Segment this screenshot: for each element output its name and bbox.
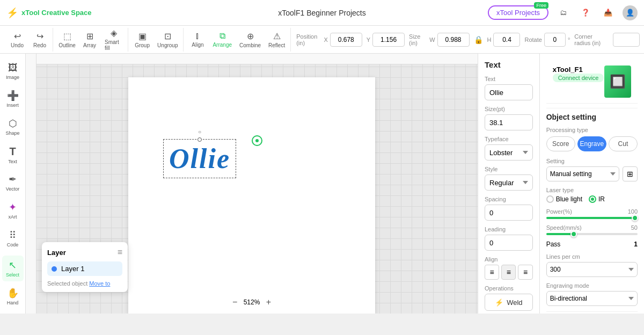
hand-icon: ✋ — [7, 287, 19, 299]
weld-button[interactable]: ⚡ Weld — [485, 294, 533, 311]
corner-input[interactable] — [613, 33, 640, 47]
lines-select[interactable]: 300 — [546, 262, 638, 277]
undo-label: Undo — [11, 42, 24, 48]
align-right-button[interactable]: ≡ — [518, 265, 532, 280]
top-bar: ⚡ xTool Creative Space xToolF1 Beginner … — [0, 0, 644, 26]
avatar[interactable]: 👤 — [623, 5, 638, 20]
sidebar-item-vector[interactable]: ✒ Vector — [2, 170, 24, 195]
layer-item[interactable]: Layer 1 — [47, 261, 122, 276]
outline-button[interactable]: ⬚ Outline — [56, 28, 78, 52]
sidebar-label-text: Text — [8, 159, 17, 164]
text-selection-box[interactable]: ○ Ollie — [163, 139, 236, 178]
text-panel: Text Text Size(pt) Typeface Lobster Styl… — [478, 54, 540, 314]
ungroup-button[interactable]: ⊡ Ungroup — [154, 28, 181, 52]
device-image: 🔲 — [604, 65, 631, 98]
spacing-label: Spacing — [485, 196, 533, 202]
group-button[interactable]: ▣ Group — [131, 28, 153, 52]
power-slider-row: Power(%) 100 — [546, 208, 638, 219]
power-slider[interactable] — [546, 217, 638, 219]
object-setting-title: Object setting — [546, 113, 638, 121]
smart-fill-button[interactable]: ◈ Smart fill — [101, 28, 126, 52]
spacing-input[interactable] — [485, 205, 533, 221]
combine-button[interactable]: ⊕ Combine — [236, 28, 264, 52]
y-group: Y — [367, 33, 405, 47]
text-panel-title: Text — [485, 60, 533, 69]
move-to-link[interactable]: Move to — [89, 280, 110, 287]
w-input[interactable] — [437, 33, 470, 47]
score-button[interactable]: Score — [546, 136, 575, 151]
blue-light-radio[interactable] — [546, 195, 554, 203]
y-input[interactable] — [372, 33, 405, 47]
zoom-out-button[interactable]: − — [230, 297, 240, 307]
canvas-text[interactable]: Ollie — [169, 143, 230, 174]
x-input[interactable] — [330, 33, 362, 47]
speed-label: Speed(mm/s) — [546, 224, 582, 231]
typeface-select[interactable]: Lobster — [485, 144, 533, 161]
redo-button[interactable]: ↪ Redo — [29, 28, 50, 52]
sidebar-item-image[interactable]: 🖼 Image — [2, 58, 24, 84]
history-group: ↩ Undo ↪ Redo — [4, 28, 53, 52]
main-area: 🖼 Image ➕ Insert ⬡ Shape T Text ✒ Vector… — [0, 54, 644, 314]
undo-button[interactable]: ↩ Undo — [6, 28, 28, 52]
align-button[interactable]: ⫿ Align — [187, 28, 208, 52]
rotate-label: Rotate — [524, 37, 541, 43]
operations-label: Operations — [485, 285, 533, 292]
sidebar-item-hand[interactable]: ✋ Hand — [2, 283, 24, 309]
ir-option[interactable]: IR — [589, 195, 605, 203]
xtool-projects-label: xTool Projects — [496, 9, 540, 17]
speed-slider[interactable] — [546, 233, 638, 235]
selection-handle-rotate[interactable] — [197, 137, 202, 142]
outline-icon: ⬚ — [63, 31, 71, 41]
ir-radio[interactable] — [589, 195, 596, 203]
connect-device-button[interactable]: Connect device — [553, 74, 604, 82]
sidebar-item-select[interactable]: ↖ Select — [2, 256, 24, 281]
ir-radio-dot — [591, 198, 594, 201]
zoom-in-button[interactable]: + — [263, 297, 274, 307]
h-group: H — [487, 33, 521, 47]
engrave-button[interactable]: Engrave — [577, 136, 606, 151]
style-select[interactable]: Regular — [485, 174, 533, 191]
rotate-handle[interactable]: ○ — [198, 129, 201, 135]
rotate-input[interactable] — [544, 33, 566, 47]
target-inner — [255, 139, 259, 142]
blue-light-label: Blue light — [556, 195, 582, 203]
w-group: W — [429, 33, 469, 47]
setting-select[interactable]: Manual setting — [546, 166, 619, 181]
position-label: Position (in) — [296, 33, 319, 46]
engraving-mode-select[interactable]: Bi-directional — [546, 291, 638, 306]
lines-label: Lines per cm — [546, 253, 638, 260]
sidebar-item-insert[interactable]: ➕ Insert — [2, 86, 24, 112]
array-button[interactable]: ⊞ Array — [79, 28, 100, 52]
speed-thumb[interactable] — [570, 231, 577, 237]
reflect-button[interactable]: ⚠ Reflect — [265, 28, 288, 52]
size-input[interactable] — [485, 114, 533, 130]
power-thumb[interactable] — [632, 215, 638, 221]
align-left-button[interactable]: ≡ — [485, 265, 499, 280]
arrange-button[interactable]: ⧉ Arrange — [209, 28, 235, 52]
cloud-icon[interactable]: 📥 — [600, 5, 616, 21]
array-icon: ⊞ — [86, 31, 93, 41]
selected-obj-label: Selected object — [47, 280, 89, 287]
blue-light-option[interactable]: Blue light — [546, 195, 582, 203]
h-input[interactable] — [493, 33, 520, 47]
sidebar-item-code[interactable]: ⠿ Code — [2, 225, 24, 251]
processing-type-buttons: Score Engrave Cut — [546, 136, 638, 151]
cut-button[interactable]: Cut — [609, 136, 638, 151]
leading-input[interactable] — [485, 235, 533, 251]
text-input[interactable] — [485, 84, 533, 100]
align-center-button[interactable]: ≡ — [501, 265, 516, 280]
xtool-projects-button[interactable]: xTool Projects Free — [488, 5, 548, 20]
save-setting-icon[interactable]: ⊞ — [623, 166, 638, 181]
lock-icon[interactable]: 🔒 — [474, 35, 483, 44]
sidebar-item-text[interactable]: T Text — [2, 142, 24, 168]
layer-menu-icon[interactable]: ≡ — [118, 247, 122, 257]
leading-label: Leading — [485, 226, 533, 232]
sidebar-item-shape[interactable]: ⬡ Shape — [2, 114, 24, 140]
redo-label: Redo — [33, 42, 46, 48]
image-icon: 🖼 — [8, 62, 18, 74]
files-icon[interactable]: 🗂 — [555, 5, 571, 21]
sidebar-item-xart[interactable]: ✦ xArt — [2, 198, 24, 223]
reflect-label: Reflect — [268, 42, 285, 48]
canvas-area[interactable]: ○ Ollie Layer ≡ Layer 1 Selected object … — [26, 54, 478, 314]
help-icon[interactable]: ❓ — [577, 5, 594, 21]
